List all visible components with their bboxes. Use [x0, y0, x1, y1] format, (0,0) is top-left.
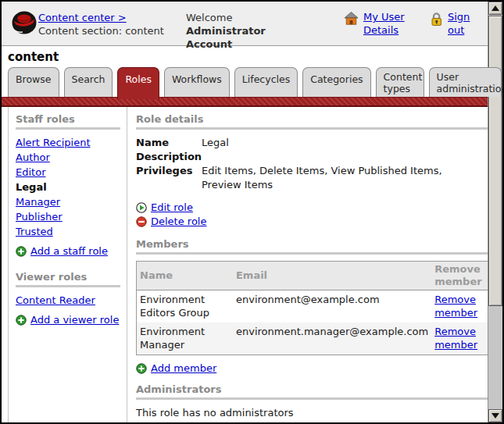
header-bar: Content center > Content section: conten…: [2, 2, 488, 46]
scrollbar-thumb[interactable]: [488, 16, 502, 306]
members-heading: Members: [136, 238, 494, 250]
add-member-link[interactable]: Add member: [151, 362, 216, 376]
add-viewer-role-link[interactable]: Add a viewer role: [30, 313, 119, 327]
member-name: Environment Manager: [137, 322, 233, 355]
vertical-scrollbar[interactable]: [488, 2, 502, 422]
up-arrow-icon: [491, 5, 499, 11]
members-table: Name Email Remove member Environment Edi…: [136, 261, 494, 355]
divider: [136, 397, 494, 400]
tab-lifecycles[interactable]: Lifecycles: [234, 67, 298, 97]
tab-search[interactable]: Search: [64, 67, 113, 97]
breadcrumb-content-center-link[interactable]: Content center >: [38, 12, 127, 23]
role-description-row: Description: [136, 150, 494, 164]
staff-roles-heading: Staff roles: [16, 113, 120, 125]
role-details-heading: Role details: [136, 113, 494, 125]
add-staff-role-link[interactable]: Add a staff role: [30, 244, 108, 258]
tab-browse[interactable]: Browse: [8, 67, 59, 97]
delete-role-link[interactable]: Delete role: [151, 215, 206, 229]
breadcrumb: Content center > Content section: conten…: [38, 11, 164, 37]
breadcrumb-section-label: Content section: content: [38, 25, 164, 37]
sidebar-item-legal-selected: Legal: [16, 180, 120, 194]
sidebar-item-editor[interactable]: Editor: [16, 166, 45, 178]
house-icon: [344, 12, 359, 25]
role-detail-panel: Role details Name Legal Description Priv…: [127, 107, 496, 422]
welcome-prefix: Welcome: [186, 12, 232, 23]
content-area: Staff roles Alert Recipient Author Edito…: [8, 107, 496, 422]
role-privileges-row: Privileges Edit Items, Delete Items, Vie…: [136, 164, 494, 192]
sidebar-item-author[interactable]: Author: [16, 151, 50, 163]
member-email: environment@example.com: [233, 290, 431, 323]
divider: [16, 285, 120, 287]
padlock-icon: [430, 12, 443, 27]
my-user-details: My User Details: [344, 10, 412, 37]
sidebar-item-content-reader[interactable]: Content Reader: [16, 294, 95, 306]
column-email: Email: [233, 262, 431, 290]
member-name: Environment Editors Group: [137, 290, 233, 323]
description-label: Description: [136, 150, 202, 164]
members-header-row: Name Email Remove member: [137, 262, 494, 290]
add-staff-role: Add a staff role: [16, 244, 120, 258]
roles-sidebar: Staff roles Alert Recipient Author Edito…: [9, 107, 127, 422]
privileges-label: Privileges: [136, 164, 202, 192]
privileges-value: Edit Items, Delete Items, View Published…: [202, 164, 471, 192]
welcome-username: Administrator Account: [186, 25, 266, 50]
name-value: Legal: [202, 136, 229, 150]
member-row: Environment Editors Group environment@ex…: [137, 290, 494, 323]
edit-role-icon: [136, 202, 147, 213]
member-email: environment.manager@example.com: [233, 322, 431, 355]
remove-member-link[interactable]: Remove member: [434, 326, 477, 351]
sign-out: Sign out: [430, 10, 479, 37]
divider: [16, 127, 120, 130]
plus-circle-icon: [136, 363, 147, 374]
edit-role: Edit role: [136, 201, 494, 215]
sidebar-item-manager[interactable]: Manager: [16, 196, 60, 208]
my-user-details-link[interactable]: My User Details: [363, 10, 412, 37]
sign-out-link[interactable]: Sign out: [448, 10, 479, 37]
tab-workflows[interactable]: Workflows: [164, 67, 230, 97]
divider: [136, 252, 494, 255]
plus-circle-icon: [16, 246, 27, 257]
app-window: Content center > Content section: conten…: [0, 0, 504, 424]
delete-role: Delete role: [136, 215, 494, 229]
divider: [136, 127, 494, 130]
page-title: content: [8, 50, 59, 64]
sidebar-item-alert-recipient[interactable]: Alert Recipient: [16, 137, 90, 148]
edit-role-link[interactable]: Edit role: [151, 201, 193, 215]
member-row: Environment Manager environment.manager@…: [137, 322, 494, 355]
viewer-roles-heading: Viewer roles: [16, 271, 120, 283]
redhat-logo-icon: [10, 9, 38, 36]
add-viewer-role: Add a viewer role: [16, 313, 120, 327]
tab-roles[interactable]: Roles: [117, 67, 159, 99]
plus-circle-icon: [16, 315, 27, 326]
administrators-heading: Administrators: [136, 383, 494, 395]
welcome-text: Welcome Administrator Account: [186, 11, 309, 51]
name-label: Name: [136, 136, 202, 150]
sidebar-item-trusted[interactable]: Trusted: [16, 226, 53, 237]
tab-content-types[interactable]: Content types: [376, 67, 424, 97]
tab-user-administration[interactable]: User administration: [429, 67, 502, 97]
scroll-down-button[interactable]: [488, 409, 502, 422]
down-arrow-icon: [491, 413, 499, 419]
staff-roles-list: Alert Recipient Author Editor Legal Mana…: [16, 136, 120, 239]
tab-categories[interactable]: Categories: [302, 67, 370, 97]
column-name: Name: [137, 262, 233, 290]
remove-member-link[interactable]: Remove member: [434, 294, 477, 319]
scroll-up-button[interactable]: [488, 2, 502, 15]
role-details: Name Legal Description Privileges Edit I…: [136, 136, 494, 192]
no-administrators-text: This role has no administrators: [136, 406, 494, 420]
sidebar-item-publisher[interactable]: Publisher: [16, 211, 63, 223]
add-member: Add member: [136, 362, 494, 376]
tab-bar: Browse Search Roles Workflows Lifecycles…: [8, 67, 504, 99]
column-remove-member: Remove member: [431, 262, 493, 290]
role-name-row: Name Legal: [136, 136, 494, 150]
delete-role-icon: [136, 216, 147, 227]
viewer-roles-list: Content Reader: [16, 294, 120, 308]
